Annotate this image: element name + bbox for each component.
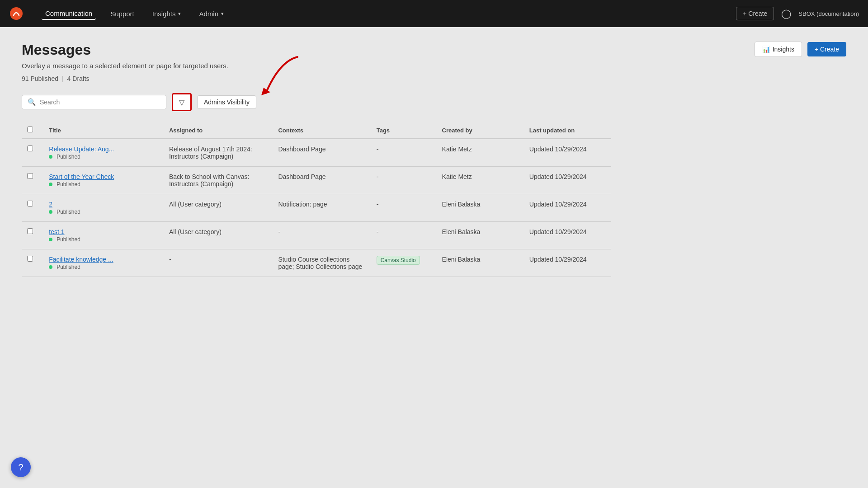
status-text: Published [57,154,80,160]
message-title-link[interactable]: Release Update: Aug... [49,145,114,153]
insights-button[interactable]: 📊 Insights [755,42,802,57]
status-dot [49,183,52,186]
created-by-cell: Eleni Balaska [437,222,524,249]
search-icon: 🔍 [28,98,36,106]
select-all-checkbox[interactable] [27,127,33,132]
page-subtitle: Overlay a message to a selected element … [22,62,611,70]
status-dot [49,238,52,241]
filter-button[interactable]: ▽ [172,93,192,111]
assigned-cell: - [164,249,273,277]
status-text: Published [57,236,80,243]
table-header-title[interactable]: Title [43,122,164,139]
filter-icon: ▽ [179,98,184,107]
page-stats: 91 Published | 4 Drafts [22,75,611,82]
contexts-cell: - [273,222,371,249]
row-checkbox[interactable] [27,228,33,234]
tags-cell: - [371,167,437,194]
top-actions: 📊 Insights + Create [755,42,846,57]
status-dot [49,155,52,159]
updated-cell: Updated 10/29/2024 [524,249,611,277]
status-dot [49,265,52,269]
message-title-link[interactable]: Facilitate knowledge ... [49,256,113,263]
svg-point-0 [10,7,23,20]
table-row: 2 Published All (User category) Notifica… [22,194,611,222]
row-checkbox[interactable] [27,201,33,206]
main-wrapper: 📊 Insights + Create Messages Overlay a m… [0,27,868,291]
table-header-created-by[interactable]: Created by [437,122,524,139]
contexts-cell: Studio Course collections page; Studio C… [273,249,371,277]
updated-cell: Updated 10/29/2024 [524,194,611,222]
tags-cell: - [371,222,437,249]
tags-cell: - [371,139,437,167]
contexts-cell: Dashboard Page [273,167,371,194]
assigned-cell: All (User category) [164,194,273,222]
table-header-assigned: Assigned to [164,122,273,139]
contexts-cell: Notification: page [273,194,371,222]
main-content: Messages Overlay a message to a selected… [0,27,633,291]
table-header: Title Assigned to Contexts Tags Created … [22,122,611,139]
page-title: Messages [22,42,611,58]
nav-create-button[interactable]: + Create [736,7,774,20]
status-dot [49,210,52,214]
assigned-cell: Back to School with Canvas: Instructors … [164,167,273,194]
visibility-button[interactable]: Admins Visibility [197,95,256,109]
created-by-cell: Katie Metz [437,167,524,194]
status-text: Published [57,181,80,188]
row-checkbox[interactable] [27,173,33,179]
bar-chart-icon: 📊 [762,46,770,53]
nav-communication[interactable]: Communication [42,8,96,20]
table-header-contexts: Contexts [273,122,371,139]
drafts-count: 4 Drafts [67,75,90,82]
row-checkbox[interactable] [27,256,33,262]
toolbar: 🔍 ▽ Admins Visibility [22,93,611,111]
nav-admin[interactable]: Admin ▾ [195,8,227,19]
table-body: Release Update: Aug... Published Release… [22,139,611,277]
stat-divider: | [62,75,64,82]
table-row: Facilitate knowledge ... Published - Stu… [22,249,611,277]
message-title-link[interactable]: Start of the Year Check [49,173,114,180]
status-text: Published [57,209,80,215]
created-by-cell: Katie Metz [437,139,524,167]
navbar: Communication Support Insights ▾ Admin ▾… [0,0,868,27]
tags-cell: - [371,194,437,222]
updated-cell: Updated 10/29/2024 [524,222,611,249]
create-message-button[interactable]: + Create [807,42,846,56]
table-header-updated[interactable]: Last updated on [524,122,611,139]
message-title-link[interactable]: 2 [49,201,52,208]
table-row: test 1 Published All (User category) - -… [22,222,611,249]
table-header-checkbox [22,122,43,139]
table-row: Start of the Year Check Published Back t… [22,167,611,194]
table-row: Release Update: Aug... Published Release… [22,139,611,167]
updated-cell: Updated 10/29/2024 [524,139,611,167]
nav-insights[interactable]: Insights ▾ [149,8,185,19]
account-label: SBOX (documentation) [798,10,859,17]
tag-badge: Canvas Studio [377,256,420,265]
svg-marker-1 [261,88,270,95]
chevron-down-icon: ▾ [221,11,224,17]
status-text: Published [57,264,80,270]
chevron-down-icon: ▾ [178,11,181,17]
message-title-link[interactable]: test 1 [49,228,64,235]
contexts-cell: Dashboard Page [273,139,371,167]
messages-table: Title Assigned to Contexts Tags Created … [22,122,611,277]
nav-support[interactable]: Support [107,8,138,19]
search-input[interactable] [40,99,160,106]
assigned-cell: All (User category) [164,222,273,249]
table-header-tags: Tags [371,122,437,139]
nav-right: + Create ◯ SBOX (documentation) [736,7,859,20]
app-logo[interactable] [9,6,24,21]
created-by-cell: Eleni Balaska [437,194,524,222]
search-box: 🔍 [22,95,166,109]
row-checkbox[interactable] [27,145,33,151]
published-count: 91 Published [22,75,58,82]
updated-cell: Updated 10/29/2024 [524,167,611,194]
assigned-cell: Release of August 17th 2024: Instructors… [164,139,273,167]
user-icon[interactable]: ◯ [781,8,791,19]
created-by-cell: Eleni Balaska [437,249,524,277]
tags-cell: Canvas Studio [371,249,437,277]
